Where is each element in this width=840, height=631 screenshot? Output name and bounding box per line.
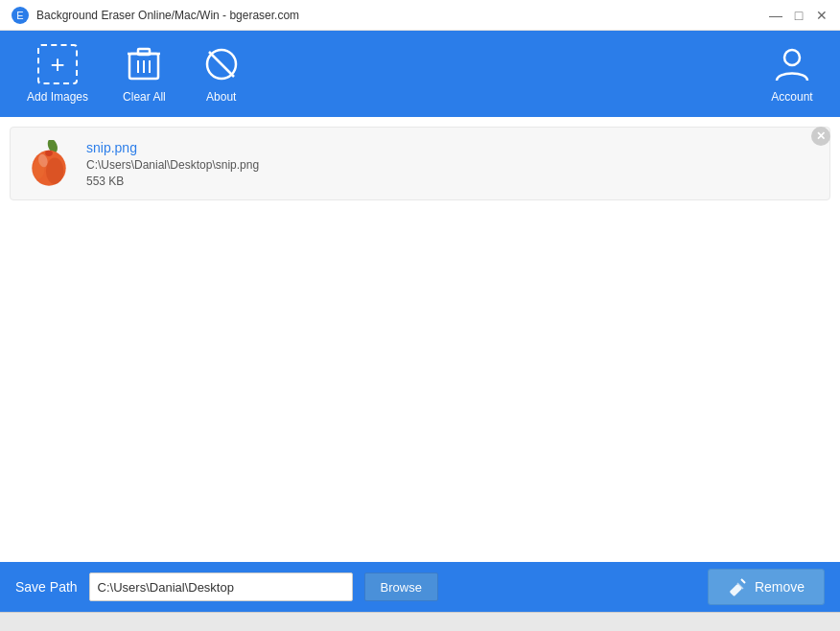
window-controls: — □ ✕ bbox=[769, 9, 828, 22]
title-bar-left: E Background Eraser Online/Mac/Win - bge… bbox=[12, 7, 299, 24]
clear-all-button[interactable]: Clear All bbox=[105, 36, 183, 111]
app-icon: E bbox=[12, 7, 29, 24]
bottom-bar: Save Path Browse Remove bbox=[0, 562, 840, 612]
svg-text:E: E bbox=[16, 10, 23, 21]
status-bar bbox=[0, 612, 840, 631]
browse-button[interactable]: Browse bbox=[364, 573, 438, 601]
file-path: C:\Users\Danial\Desktop\snip.png bbox=[86, 158, 259, 172]
save-path-label: Save Path bbox=[15, 579, 78, 595]
add-images-icon: + bbox=[37, 44, 78, 84]
title-bar: E Background Eraser Online/Mac/Win - bge… bbox=[0, 0, 840, 31]
file-item: snip.png C:\Users\Danial\Desktop\snip.pn… bbox=[10, 127, 830, 200]
svg-point-15 bbox=[45, 157, 62, 184]
file-name: snip.png bbox=[86, 140, 259, 155]
window-title: Background Eraser Online/Mac/Win - bgera… bbox=[36, 9, 299, 22]
account-button[interactable]: Account bbox=[754, 36, 830, 111]
svg-point-16 bbox=[33, 159, 44, 178]
about-button[interactable]: About bbox=[183, 36, 260, 111]
maximize-button[interactable]: □ bbox=[792, 9, 805, 22]
about-label: About bbox=[206, 90, 236, 104]
remove-button[interactable]: Remove bbox=[708, 569, 825, 605]
toolbar: + Add Images Clear All About bbox=[0, 31, 840, 117]
svg-point-10 bbox=[784, 50, 800, 65]
clear-all-label: Clear All bbox=[123, 90, 166, 104]
clear-all-icon bbox=[124, 44, 164, 84]
apple-image bbox=[25, 140, 73, 188]
add-dashed-box: + bbox=[37, 44, 78, 84]
file-remove-button[interactable]: ✕ bbox=[811, 127, 830, 146]
account-label: Account bbox=[771, 90, 812, 104]
main-content: snip.png C:\Users\Danial\Desktop\snip.pn… bbox=[0, 117, 840, 562]
remove-icon bbox=[728, 577, 747, 596]
add-images-label: Add Images bbox=[27, 90, 88, 104]
file-size: 553 KB bbox=[86, 175, 259, 188]
save-path-input[interactable] bbox=[89, 573, 353, 601]
file-thumbnail bbox=[22, 137, 75, 190]
file-info: snip.png C:\Users\Danial\Desktop\snip.pn… bbox=[86, 140, 259, 188]
remove-label: Remove bbox=[755, 579, 805, 595]
svg-line-9 bbox=[209, 52, 234, 77]
svg-point-14 bbox=[45, 150, 53, 155]
account-icon bbox=[772, 44, 812, 84]
svg-line-18 bbox=[741, 579, 745, 583]
minimize-button[interactable]: — bbox=[769, 9, 782, 22]
about-icon bbox=[201, 44, 242, 84]
close-button[interactable]: ✕ bbox=[815, 9, 828, 22]
add-images-button[interactable]: + Add Images bbox=[10, 36, 105, 111]
